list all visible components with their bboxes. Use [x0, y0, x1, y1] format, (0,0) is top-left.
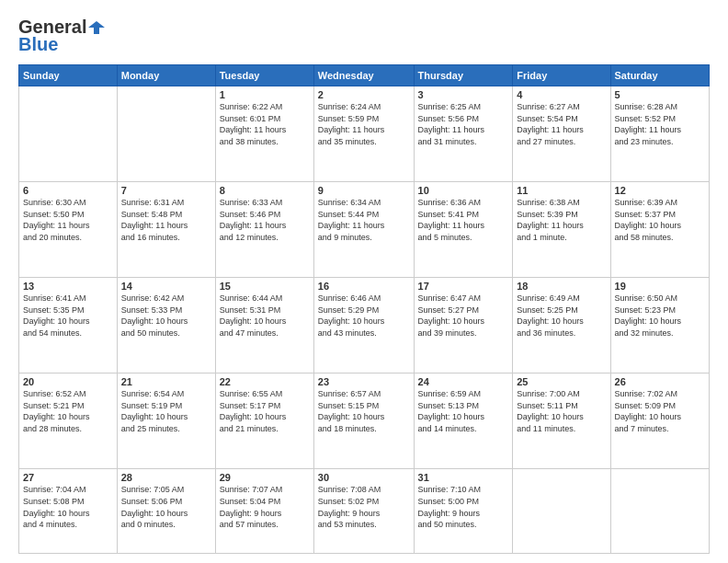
day-cell: 20Sunrise: 6:52 AM Sunset: 5:21 PM Dayli… — [19, 373, 118, 469]
day-info: Sunrise: 6:42 AM Sunset: 5:33 PM Dayligh… — [121, 293, 211, 339]
day-info: Sunrise: 6:30 AM Sunset: 5:50 PM Dayligh… — [23, 197, 113, 243]
day-number: 26 — [615, 376, 705, 387]
day-number: 7 — [121, 185, 211, 196]
day-number: 8 — [220, 185, 310, 196]
day-info: Sunrise: 6:52 AM Sunset: 5:21 PM Dayligh… — [23, 388, 113, 434]
week-row-2: 6Sunrise: 6:30 AM Sunset: 5:50 PM Daylig… — [19, 182, 710, 278]
day-cell: 21Sunrise: 6:54 AM Sunset: 5:19 PM Dayli… — [117, 373, 215, 469]
day-number: 27 — [23, 472, 113, 483]
day-number: 18 — [517, 281, 606, 292]
weekday-header-monday: Monday — [117, 65, 215, 86]
day-info: Sunrise: 7:05 AM Sunset: 5:06 PM Dayligh… — [121, 484, 211, 530]
day-info: Sunrise: 6:59 AM Sunset: 5:13 PM Dayligh… — [418, 388, 509, 434]
logo-blue-text: Blue — [18, 34, 58, 55]
day-cell: 4Sunrise: 6:27 AM Sunset: 5:54 PM Daylig… — [513, 86, 610, 182]
day-info: Sunrise: 6:49 AM Sunset: 5:25 PM Dayligh… — [517, 293, 606, 339]
day-cell — [513, 469, 610, 554]
day-info: Sunrise: 7:00 AM Sunset: 5:11 PM Dayligh… — [517, 388, 606, 434]
day-number: 17 — [418, 281, 509, 292]
day-cell: 17Sunrise: 6:47 AM Sunset: 5:27 PM Dayli… — [414, 278, 513, 373]
day-cell: 12Sunrise: 6:39 AM Sunset: 5:37 PM Dayli… — [610, 182, 709, 278]
day-number: 12 — [615, 185, 705, 196]
day-info: Sunrise: 6:36 AM Sunset: 5:41 PM Dayligh… — [418, 197, 509, 243]
day-info: Sunrise: 6:33 AM Sunset: 5:46 PM Dayligh… — [220, 197, 310, 243]
day-info: Sunrise: 6:25 AM Sunset: 5:56 PM Dayligh… — [418, 101, 509, 147]
day-cell: 5Sunrise: 6:28 AM Sunset: 5:52 PM Daylig… — [610, 86, 709, 182]
day-cell: 27Sunrise: 7:04 AM Sunset: 5:08 PM Dayli… — [19, 469, 118, 554]
day-info: Sunrise: 6:50 AM Sunset: 5:23 PM Dayligh… — [615, 293, 705, 339]
calendar: SundayMondayTuesdayWednesdayThursdayFrid… — [18, 64, 710, 554]
day-cell: 9Sunrise: 6:34 AM Sunset: 5:44 PM Daylig… — [313, 182, 414, 278]
day-info: Sunrise: 6:39 AM Sunset: 5:37 PM Dayligh… — [615, 197, 705, 243]
day-info: Sunrise: 7:07 AM Sunset: 5:04 PM Dayligh… — [220, 484, 310, 530]
day-cell: 24Sunrise: 6:59 AM Sunset: 5:13 PM Dayli… — [414, 373, 513, 469]
day-cell: 31Sunrise: 7:10 AM Sunset: 5:00 PM Dayli… — [414, 469, 513, 554]
day-cell: 23Sunrise: 6:57 AM Sunset: 5:15 PM Dayli… — [313, 373, 414, 469]
day-number: 20 — [23, 376, 113, 387]
day-number: 28 — [121, 472, 211, 483]
weekday-header-saturday: Saturday — [610, 65, 709, 86]
day-cell — [19, 86, 118, 182]
day-number: 19 — [615, 281, 705, 292]
day-cell: 3Sunrise: 6:25 AM Sunset: 5:56 PM Daylig… — [414, 86, 513, 182]
day-info: Sunrise: 6:31 AM Sunset: 5:48 PM Dayligh… — [121, 197, 211, 243]
day-info: Sunrise: 6:27 AM Sunset: 5:54 PM Dayligh… — [517, 101, 606, 147]
day-info: Sunrise: 7:02 AM Sunset: 5:09 PM Dayligh… — [615, 388, 705, 434]
week-row-1: 1Sunrise: 6:22 AM Sunset: 6:01 PM Daylig… — [19, 86, 710, 182]
day-cell: 10Sunrise: 6:36 AM Sunset: 5:41 PM Dayli… — [414, 182, 513, 278]
day-info: Sunrise: 7:04 AM Sunset: 5:08 PM Dayligh… — [23, 484, 113, 530]
logo-bird-icon — [88, 19, 105, 36]
day-info: Sunrise: 6:54 AM Sunset: 5:19 PM Dayligh… — [121, 388, 211, 434]
day-cell: 30Sunrise: 7:08 AM Sunset: 5:02 PM Dayli… — [313, 469, 414, 554]
day-number: 4 — [517, 89, 606, 100]
day-number: 1 — [220, 89, 310, 100]
day-cell: 26Sunrise: 7:02 AM Sunset: 5:09 PM Dayli… — [610, 373, 709, 469]
day-info: Sunrise: 6:38 AM Sunset: 5:39 PM Dayligh… — [517, 197, 606, 243]
week-row-3: 13Sunrise: 6:41 AM Sunset: 5:35 PM Dayli… — [19, 278, 710, 373]
day-info: Sunrise: 6:28 AM Sunset: 5:52 PM Dayligh… — [615, 101, 705, 147]
day-cell: 11Sunrise: 6:38 AM Sunset: 5:39 PM Dayli… — [513, 182, 610, 278]
weekday-header-thursday: Thursday — [414, 65, 513, 86]
day-cell: 14Sunrise: 6:42 AM Sunset: 5:33 PM Dayli… — [117, 278, 215, 373]
day-number: 24 — [418, 376, 509, 387]
day-number: 9 — [318, 185, 410, 196]
week-row-4: 20Sunrise: 6:52 AM Sunset: 5:21 PM Dayli… — [19, 373, 710, 469]
day-number: 3 — [418, 89, 509, 100]
day-number: 5 — [615, 89, 705, 100]
day-info: Sunrise: 6:34 AM Sunset: 5:44 PM Dayligh… — [318, 197, 410, 243]
weekday-header-row: SundayMondayTuesdayWednesdayThursdayFrid… — [19, 65, 710, 86]
weekday-header-sunday: Sunday — [19, 65, 118, 86]
day-number: 29 — [220, 472, 310, 483]
day-number: 25 — [517, 376, 606, 387]
day-number: 23 — [318, 376, 410, 387]
day-number: 6 — [23, 185, 113, 196]
page: General Blue SundayMondayTuesdayWednesda… — [0, 0, 728, 563]
day-number: 14 — [121, 281, 211, 292]
week-row-5: 27Sunrise: 7:04 AM Sunset: 5:08 PM Dayli… — [19, 469, 710, 554]
day-info: Sunrise: 6:41 AM Sunset: 5:35 PM Dayligh… — [23, 293, 113, 339]
day-number: 11 — [517, 185, 606, 196]
day-number: 31 — [418, 472, 509, 483]
day-number: 21 — [121, 376, 211, 387]
day-cell: 19Sunrise: 6:50 AM Sunset: 5:23 PM Dayli… — [610, 278, 709, 373]
day-cell: 7Sunrise: 6:31 AM Sunset: 5:48 PM Daylig… — [117, 182, 215, 278]
day-number: 15 — [220, 281, 310, 292]
weekday-header-tuesday: Tuesday — [215, 65, 313, 86]
day-info: Sunrise: 7:10 AM Sunset: 5:00 PM Dayligh… — [418, 484, 509, 530]
day-number: 30 — [318, 472, 410, 483]
day-cell — [117, 86, 215, 182]
day-info: Sunrise: 6:24 AM Sunset: 5:59 PM Dayligh… — [318, 101, 410, 147]
day-cell: 18Sunrise: 6:49 AM Sunset: 5:25 PM Dayli… — [513, 278, 610, 373]
day-number: 16 — [318, 281, 410, 292]
day-info: Sunrise: 6:57 AM Sunset: 5:15 PM Dayligh… — [318, 388, 410, 434]
day-cell: 15Sunrise: 6:44 AM Sunset: 5:31 PM Dayli… — [215, 278, 313, 373]
weekday-header-wednesday: Wednesday — [313, 65, 414, 86]
day-number: 22 — [220, 376, 310, 387]
day-cell: 1Sunrise: 6:22 AM Sunset: 6:01 PM Daylig… — [215, 86, 313, 182]
weekday-header-friday: Friday — [513, 65, 610, 86]
day-number: 13 — [23, 281, 113, 292]
day-cell: 22Sunrise: 6:55 AM Sunset: 5:17 PM Dayli… — [215, 373, 313, 469]
day-cell: 13Sunrise: 6:41 AM Sunset: 5:35 PM Dayli… — [19, 278, 118, 373]
svg-marker-0 — [88, 21, 105, 34]
logo: General Blue — [18, 17, 107, 55]
